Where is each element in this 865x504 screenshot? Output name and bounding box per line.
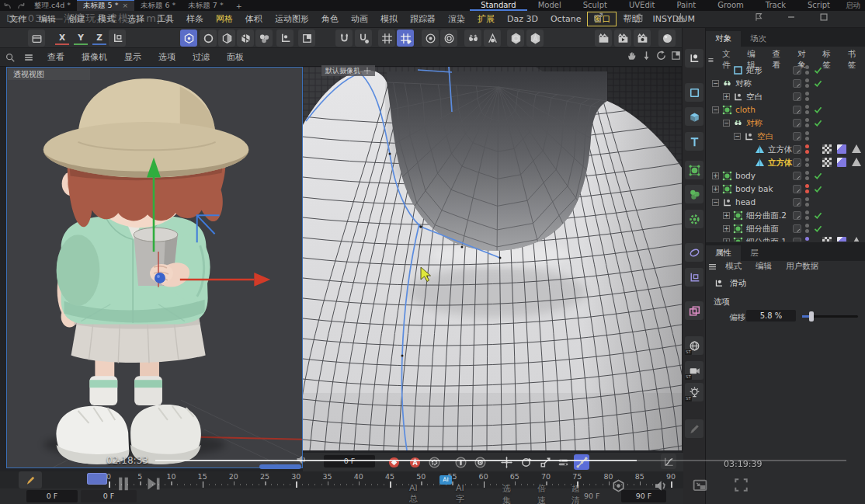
enabled-check-icon[interactable] [813,78,823,89]
perspective-viewport[interactable] [6,67,303,468]
visibility-dots[interactable] [805,224,809,233]
snap-enable-button[interactable] [335,30,353,47]
mograph-icon[interactable] [685,301,703,320]
octane-assets-button[interactable] [526,30,544,47]
viewport-menu-icon[interactable] [19,52,39,63]
workspace-tab-track[interactable]: Track [755,0,797,11]
material-manager-button[interactable] [658,30,676,47]
sky-object-icon[interactable]: ST [685,336,703,355]
layer-chip[interactable] [793,92,801,101]
minimize-icon[interactable] [786,12,797,23]
model-mode-button[interactable] [200,30,217,47]
viewport-filter-button[interactable] [28,30,45,47]
render-view-button[interactable] [595,30,612,47]
layer-chip[interactable] [793,224,801,233]
tag-icons[interactable] [822,158,861,167]
toggle-views-icon[interactable] [670,50,682,61]
symmetry-button[interactable] [464,30,481,47]
snap-settings-button[interactable] [355,30,372,47]
tree-row-空白[interactable]: −空白 [706,130,865,143]
render-settings-button[interactable] [634,30,651,47]
expander-icon[interactable]: + [723,93,730,100]
visibility-dots[interactable] [805,184,809,193]
layer-chip[interactable] [793,198,801,207]
visibility-dots[interactable] [805,210,809,220]
tree-row-cloth[interactable]: −cloth [706,103,865,116]
workspace-tab-paint[interactable]: Paint [665,0,707,11]
workspace-tab-script[interactable]: Script [797,0,841,11]
target-b-button[interactable] [440,30,457,47]
layer-chip[interactable] [793,119,801,127]
range-start-field-2[interactable]: 0 F [81,490,137,502]
timeline-ruler[interactable]: 051015202530354045505560657075808590 [0,471,683,488]
document-tab[interactable]: + [230,0,248,11]
expander-icon[interactable]: − [734,133,741,140]
offset-value-field[interactable]: 5.8 % [746,310,796,322]
camera-object-icon[interactable]: ST [685,361,703,380]
cube-primitive-icon[interactable] [685,107,703,126]
tree-row-立方体[interactable]: 立方体 [706,156,865,169]
enabled-check-icon[interactable] [813,105,823,115]
tree-row-对称[interactable]: −对称 [706,77,865,90]
viewport-menu-查看[interactable]: 查看 [39,51,73,63]
layer-chip[interactable] [793,185,801,193]
undo-icon[interactable] [0,1,14,10]
light-object-icon[interactable]: ST [685,383,703,401]
visibility-dots[interactable] [805,65,809,75]
search-icon[interactable] [0,52,19,63]
range-start-field[interactable]: 0 F [26,490,78,502]
pan-icon[interactable] [626,50,637,61]
am-menu-用户数据[interactable]: 用户数据 [780,261,825,272]
menu-跟踪器[interactable]: 跟踪器 [404,13,442,25]
visibility-dots[interactable] [805,144,809,154]
options-section-label[interactable]: 选项 [714,297,730,308]
current-frame-field[interactable]: 0 F [324,455,375,468]
tree-row-head[interactable]: −head [706,196,865,209]
tree-row-body bak[interactable]: +body bak [706,182,865,196]
menu-扩展[interactable]: 扩展 [471,13,501,25]
redo-icon[interactable] [14,1,28,10]
tree-row-细分曲面.2[interactable]: +细分曲面.2 [706,209,865,222]
autokey-toggle-button[interactable] [407,454,422,470]
end-frame-field[interactable]: 90 F [621,490,666,502]
render-picture-viewer-button[interactable] [614,30,631,47]
workplane-mode-button[interactable] [298,30,315,47]
expander-icon[interactable]: − [723,120,730,127]
spline-rectangle-icon[interactable] [685,83,703,102]
menu-渲染[interactable]: 渲染 [442,13,471,25]
document-tab[interactable]: 整理.c4d * [28,0,77,11]
paint-tool-icon[interactable] [685,419,703,438]
tag-icons[interactable] [822,144,861,154]
fcurve-icon[interactable] [661,454,676,469]
timeline-playhead[interactable] [87,473,107,485]
expander-icon[interactable]: + [723,238,730,242]
workspace-tab-sculpt[interactable]: Sculpt [572,0,618,11]
workspace-tab-model[interactable]: Model [527,0,572,11]
texture-mode-button[interactable] [218,30,235,47]
expander-icon[interactable]: + [712,186,719,193]
pin-icon[interactable] [753,12,764,23]
keyframe-selection-button[interactable] [426,454,442,470]
quantize-button[interactable] [397,30,414,47]
menu-工具[interactable]: 工具 [151,13,180,25]
layer-chip[interactable] [793,132,801,141]
viewport-menu-显示[interactable]: 显示 [116,51,150,63]
symmetry-axis-button[interactable] [484,30,501,47]
document-tab[interactable]: 未标题 5 *× [77,0,134,11]
left-viewport-label[interactable]: 透视视图 [8,68,90,80]
enabled-check-icon[interactable] [813,65,823,75]
enabled-check-icon[interactable] [813,210,823,221]
visibility-dots[interactable] [805,105,809,114]
key-scale-button[interactable] [537,454,553,470]
menu-体积[interactable]: 体积 [239,13,269,25]
target-a-button[interactable] [422,30,439,47]
polygon-mode-button[interactable] [237,30,254,47]
document-tab[interactable]: 未标题 7 * [182,0,229,11]
uv-mode-button[interactable] [255,30,273,47]
viewport-menu-选项[interactable]: 选项 [150,51,184,63]
visibility-dots[interactable] [805,131,809,141]
visibility-dots[interactable] [805,237,809,242]
layer-chip[interactable] [793,106,801,114]
subdivision-surface-icon[interactable] [685,161,703,179]
octane-object-button[interactable] [507,30,524,47]
